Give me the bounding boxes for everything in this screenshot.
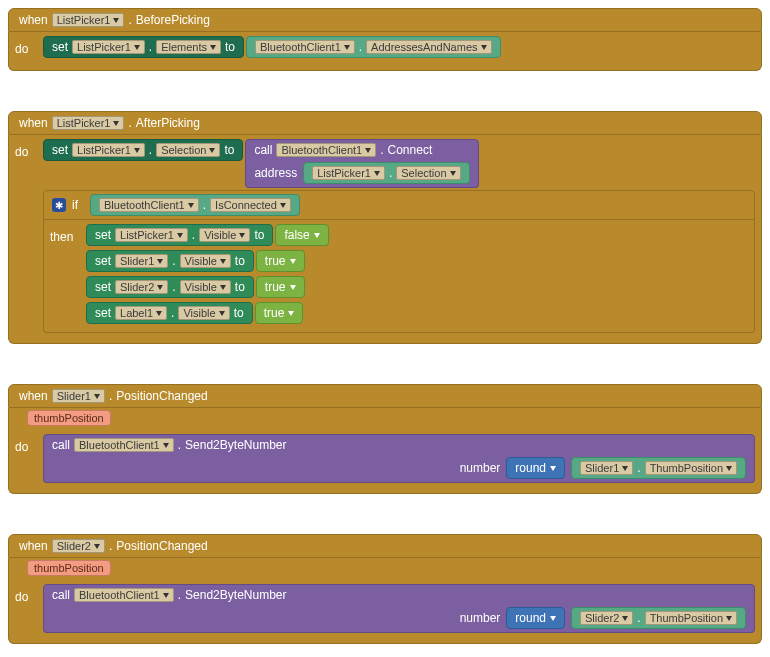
if-body: then setListPicker1.VisibletofalsesetSli…	[43, 220, 755, 333]
event-label: BeforePicking	[136, 13, 210, 27]
dot-label: .	[359, 40, 362, 54]
bool-block[interactable]: false	[275, 224, 328, 246]
bool-label: true	[265, 280, 286, 294]
round-label: round	[515, 611, 546, 625]
event-body: do call BluetoothClient1 . Send2ByteNumb…	[8, 430, 762, 494]
component-dropdown[interactable]: ListPicker1	[52, 13, 125, 27]
call-connect: call BluetoothClient1 . Connect address …	[245, 139, 478, 188]
method-label: Send2ByteNumber	[185, 588, 286, 602]
method-label: Connect	[388, 143, 433, 157]
dot-label: .	[149, 40, 152, 54]
when-keyword: when	[19, 13, 48, 27]
to-keyword: to	[254, 228, 264, 242]
set-block[interactable]: setSlider2.Visibleto	[86, 276, 254, 298]
set-block[interactable]: setListPicker1.Visibleto	[86, 224, 273, 246]
method-label: Send2ByteNumber	[185, 438, 286, 452]
component-dropdown[interactable]: ListPicker1	[72, 40, 145, 54]
set-block[interactable]: set ListPicker1 . Selection to	[43, 139, 243, 161]
get-block[interactable]: Slider1 . ThumbPosition	[571, 457, 746, 479]
do-keyword: do	[15, 584, 43, 633]
set-visible-row: setLabel1.Visibletotrue	[86, 302, 329, 324]
when-keyword: when	[19, 539, 48, 553]
component-dropdown[interactable]: BluetoothClient1	[255, 40, 355, 54]
set-keyword: set	[52, 143, 68, 157]
get-block[interactable]: BluetoothClient1 . AddressesAndNames	[246, 36, 500, 58]
component-dropdown[interactable]: BluetoothClient1	[99, 198, 199, 212]
argument-label: number	[460, 461, 501, 475]
component-dropdown[interactable]: BluetoothClient1	[74, 438, 174, 452]
call-block[interactable]: call BluetoothClient1 . Send2ByteNumber	[43, 584, 755, 606]
property-dropdown[interactable]: Visible	[180, 280, 231, 294]
component-dropdown[interactable]: Slider2	[115, 280, 168, 294]
dot-label: .	[637, 461, 640, 475]
property-dropdown[interactable]: Selection	[156, 143, 220, 157]
component-dropdown[interactable]: Slider1	[580, 461, 633, 475]
event-header[interactable]: when ListPicker1 . AfterPicking	[8, 111, 762, 135]
get-block[interactable]: ListPicker1 . Selection	[303, 162, 469, 184]
then-keyword: then	[50, 224, 86, 326]
component-dropdown[interactable]: Slider1	[52, 389, 105, 403]
component-dropdown[interactable]: BluetoothClient1	[74, 588, 174, 602]
set-row: set ListPicker1 . Elements to BluetoothC…	[43, 36, 755, 58]
property-dropdown[interactable]: Visible	[199, 228, 250, 242]
property-dropdown[interactable]: ThumbPosition	[645, 611, 737, 625]
dot-label: .	[380, 143, 383, 157]
component-dropdown[interactable]: ListPicker1	[115, 228, 188, 242]
property-dropdown[interactable]: Selection	[396, 166, 460, 180]
bool-label: true	[264, 306, 285, 320]
event-body: do set ListPicker1 . Selection to call B…	[8, 135, 762, 344]
gear-icon[interactable]: ✱	[52, 198, 66, 212]
do-keyword: do	[15, 434, 43, 483]
component-dropdown[interactable]: ListPicker1	[52, 116, 125, 130]
event-param[interactable]: thumbPosition	[27, 560, 111, 576]
set-visible-row: setSlider2.Visibletotrue	[86, 276, 329, 298]
bool-block[interactable]: true	[255, 302, 304, 324]
bool-block[interactable]: true	[256, 276, 305, 298]
event-header[interactable]: when ListPicker1 . BeforePicking	[8, 8, 762, 32]
property-dropdown[interactable]: Visible	[178, 306, 229, 320]
property-dropdown[interactable]: ThumbPosition	[645, 461, 737, 475]
to-keyword: to	[235, 254, 245, 268]
property-dropdown[interactable]: IsConnected	[210, 198, 291, 212]
event-param-row: thumbPosition	[8, 558, 762, 580]
call-keyword: call	[52, 588, 70, 602]
call-argument-row: number round Slider2 . ThumbPosition	[43, 604, 755, 633]
condition-block[interactable]: BluetoothClient1 . IsConnected	[90, 194, 300, 216]
component-dropdown[interactable]: Slider2	[52, 539, 105, 553]
when-keyword: when	[19, 116, 48, 130]
call-keyword: call	[254, 143, 272, 157]
round-block[interactable]: round	[506, 457, 565, 479]
set-block[interactable]: set ListPicker1 . Elements to	[43, 36, 244, 58]
set-block[interactable]: setLabel1.Visibleto	[86, 302, 253, 324]
property-dropdown[interactable]: Elements	[156, 40, 221, 54]
component-dropdown[interactable]: ListPicker1	[312, 166, 385, 180]
set-block[interactable]: setSlider1.Visibleto	[86, 250, 254, 272]
call-send2byte: call BluetoothClient1 . Send2ByteNumber …	[43, 434, 755, 483]
component-dropdown[interactable]: Label1	[115, 306, 167, 320]
event-param[interactable]: thumbPosition	[27, 410, 111, 426]
event-header[interactable]: when Slider1 . PositionChanged	[8, 384, 762, 408]
set-selection-row: set ListPicker1 . Selection to call Blue…	[43, 139, 755, 188]
dot-label: .	[637, 611, 640, 625]
property-dropdown[interactable]: AddressesAndNames	[366, 40, 491, 54]
dot-label: .	[192, 228, 195, 242]
event-param-row: thumbPosition	[8, 408, 762, 430]
component-dropdown[interactable]: BluetoothClient1	[276, 143, 376, 157]
event-afterpicking: when ListPicker1 . AfterPicking do set L…	[8, 111, 762, 344]
event-slider1-positionchanged: when Slider1 . PositionChanged thumbPosi…	[8, 384, 762, 494]
event-header[interactable]: when Slider2 . PositionChanged	[8, 534, 762, 558]
property-dropdown[interactable]: Visible	[180, 254, 231, 268]
round-block[interactable]: round	[506, 607, 565, 629]
call-block[interactable]: call BluetoothClient1 . Connect	[245, 139, 478, 161]
to-keyword: to	[235, 280, 245, 294]
call-block[interactable]: call BluetoothClient1 . Send2ByteNumber	[43, 434, 755, 456]
call-argument-row: number round Slider1 . ThumbPosition	[43, 454, 755, 483]
dot-label: .	[203, 198, 206, 212]
bool-block[interactable]: true	[256, 250, 305, 272]
if-header[interactable]: ✱ if BluetoothClient1 . IsConnected	[43, 190, 755, 220]
component-dropdown[interactable]: Slider1	[115, 254, 168, 268]
get-block[interactable]: Slider2 . ThumbPosition	[571, 607, 746, 629]
component-dropdown[interactable]: ListPicker1	[72, 143, 145, 157]
component-dropdown[interactable]: Slider2	[580, 611, 633, 625]
dot-label: .	[171, 306, 174, 320]
